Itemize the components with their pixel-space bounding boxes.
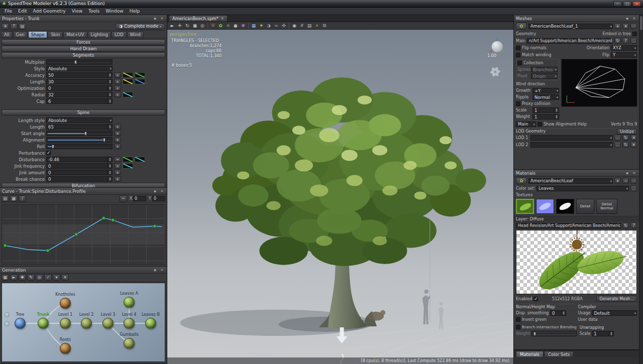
tab-all[interactable]: All [1, 31, 13, 38]
alignment-slider[interactable] [46, 137, 113, 143]
pin-icon[interactable] [624, 16, 630, 21]
main-mesh-path-field[interactable]: n/Art Support/American Beech/AmericanBee… [527, 38, 613, 44]
scrollbar-thumb[interactable] [640, 16, 642, 30]
curve-thumb-button[interactable] [123, 163, 133, 169]
node-leaves-a[interactable] [124, 297, 135, 308]
proxy-collision-checkbox[interactable] [516, 101, 520, 106]
tab-shape[interactable]: Shape [28, 31, 48, 38]
spinner-arrows-icon[interactable] [108, 177, 112, 181]
normal-map-thumb[interactable] [536, 199, 554, 214]
lod2-dropdown[interactable] [530, 142, 613, 148]
viewport-mode-label[interactable]: perspective [170, 32, 196, 37]
unitize-button[interactable]: Unitize [617, 129, 637, 135]
fan-icon[interactable] [280, 23, 287, 29]
delete-mesh-button[interactable] [622, 23, 629, 29]
variance-button[interactable] [114, 137, 121, 143]
curve-type-dropdown[interactable] [120, 195, 127, 202]
pivot-dropdown[interactable]: Origin [531, 73, 558, 79]
ripple-dropdown[interactable]: Normal [532, 94, 559, 100]
show-leaves-icon[interactable] [217, 23, 224, 29]
variance-button[interactable] [114, 124, 121, 130]
focus-icon[interactable] [199, 23, 206, 29]
zoom-region-icon[interactable] [191, 23, 198, 29]
tab-gen[interactable]: Gen [13, 31, 28, 38]
tab-lod[interactable]: LOD [112, 31, 127, 38]
mesh-help-icon[interactable] [622, 38, 629, 44]
reload-lod1-icon[interactable] [622, 135, 629, 141]
variance-button[interactable] [114, 85, 121, 91]
close-panel-icon[interactable] [159, 268, 165, 273]
perturbance-checkbox[interactable] [46, 151, 51, 155]
shadows-icon[interactable] [265, 23, 272, 29]
spinner-arrows-icon[interactable] [108, 86, 112, 90]
preview-mode-dropdown[interactable]: Main [516, 122, 536, 127]
browse-mesh-button[interactable] [630, 38, 637, 44]
alpha-map-thumb[interactable] [556, 199, 574, 214]
node-trunk[interactable] [38, 318, 49, 329]
spinner-arrows-icon[interactable] [108, 73, 112, 77]
growth-dropdown[interactable]: +Y [532, 88, 559, 93]
node-level-2[interactable] [81, 318, 92, 329]
wireframe-icon[interactable] [250, 23, 257, 29]
section-bifurcation[interactable]: Bifurcation [2, 183, 165, 187]
variance-button[interactable] [114, 92, 121, 97]
screenshot-icon[interactable] [306, 23, 313, 29]
usage-dropdown[interactable]: Default [592, 310, 637, 316]
variance-button[interactable] [114, 131, 121, 136]
browse-lod2-button[interactable] [614, 142, 621, 148]
texture-preview[interactable] [516, 230, 637, 294]
browse-lod1-button[interactable] [614, 135, 621, 141]
mode-dropdown[interactable]: Complete mode ▾ [115, 23, 165, 30]
section-forces[interactable]: Forces [2, 39, 165, 45]
pin-icon[interactable] [152, 268, 158, 273]
material-menu-button[interactable] [630, 178, 637, 184]
y-value-input[interactable]: 0 [152, 196, 165, 201]
node-knotholes[interactable] [60, 298, 71, 309]
menu-help[interactable]: Help [127, 9, 143, 14]
show-branches-icon[interactable] [209, 23, 217, 29]
section-hand-drawn[interactable]: Hand Drawn [2, 46, 165, 52]
generation-graph[interactable]: Tree Trunk Level 1 Level 2 Level 3 Level… [2, 283, 165, 362]
curve-thumb-button[interactable] [135, 79, 145, 84]
apply-icon[interactable] [44, 274, 52, 281]
match-winding-checkbox[interactable] [516, 53, 520, 57]
settings-icon[interactable] [321, 23, 328, 29]
mesh-menu-button[interactable] [630, 23, 637, 29]
close-panel-icon[interactable] [159, 16, 165, 21]
variance-button[interactable] [114, 144, 121, 149]
close-panel-icon[interactable] [631, 171, 637, 176]
node-level-1[interactable] [60, 318, 71, 329]
close-document-icon[interactable] [221, 17, 224, 21]
menu-file[interactable]: File [2, 9, 15, 14]
graph-select-icon[interactable] [10, 274, 18, 281]
optimization-input[interactable]: 0 [46, 85, 113, 91]
detail-normal-texture-button[interactable]: Detail Normal [596, 199, 617, 214]
compute-icon[interactable] [313, 23, 320, 29]
menu-view[interactable]: View [69, 9, 85, 14]
jink-frequency-input[interactable]: 0 [46, 163, 113, 169]
user-data-label[interactable]: User data [578, 317, 598, 322]
variance-button[interactable] [114, 79, 121, 84]
grid-icon[interactable] [298, 23, 305, 29]
spinner-arrows-icon[interactable] [554, 114, 559, 119]
variance-button[interactable] [114, 170, 121, 175]
spines-dropdown[interactable]: Branches [531, 67, 558, 72]
tab-mat-uv[interactable]: Mat+UV [63, 31, 87, 38]
reload-lod2-icon[interactable] [622, 142, 629, 148]
diffuse-texture-thumb[interactable] [516, 199, 534, 214]
lighting-icon[interactable] [258, 23, 265, 29]
texture-path-field[interactable]: Head Revision/Art Support/American Beech… [516, 223, 621, 228]
radial-input[interactable]: 32 [46, 92, 113, 97]
tab-wind[interactable]: Wind [127, 31, 144, 38]
reload-mesh-icon[interactable] [614, 38, 621, 44]
curve-editor[interactable] [2, 204, 165, 265]
right-scrollbar[interactable] [639, 15, 643, 364]
variance-button[interactable] [114, 72, 121, 78]
mesh-selector-dropdown[interactable]: AmericanBeechLeaf_1 [528, 24, 613, 29]
show-alignment-checkbox[interactable] [538, 122, 542, 127]
style-dropdown[interactable]: Absolute [46, 66, 113, 71]
spinner-arrows-icon[interactable] [554, 108, 559, 112]
mesh-preview-icon[interactable] [516, 23, 527, 30]
document-tab[interactable]: AmericanBeech.spm* [169, 15, 228, 22]
node-gumballs[interactable] [124, 338, 135, 349]
